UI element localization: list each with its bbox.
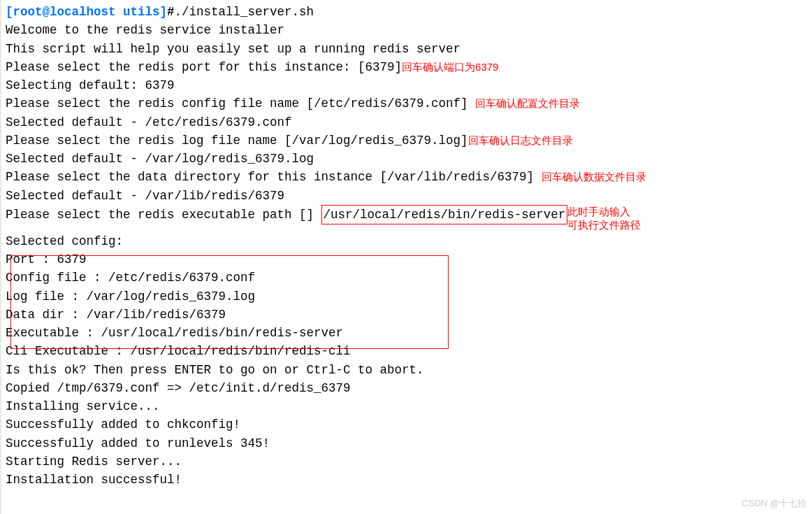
line-summary-log: Log file : /var/log/redis_6379.log — [6, 287, 806, 306]
prompt-user-host: [root@localhost utils] — [6, 5, 167, 19]
port-prompt-text: Please select the redis port for this in… — [6, 60, 402, 74]
line-summary-config: Config file : /etc/redis/6379.conf — [6, 269, 806, 287]
exec-path-box: /usr/local/redis/bin/redis-server — [321, 205, 568, 224]
line-success-chk: Successfully added to chkconfig! — [6, 415, 806, 434]
line-copied: Copied /tmp/6379.conf => /etc/init.d/red… — [6, 379, 806, 397]
log-prompt-text: Please select the redis log file name [/… — [6, 134, 468, 148]
line-install-success: Installation successful! — [6, 471, 806, 489]
data-annotation: 回车确认数据文件目录 — [542, 171, 646, 183]
line-port-default: Selecting default: 6379 — [6, 76, 806, 94]
line-config-prompt: Please select the redis config file name… — [6, 94, 806, 113]
line-summary-exec: Executable : /usr/local/redis/bin/redis-… — [6, 324, 806, 342]
line-data-prompt: Please select the data directory for thi… — [6, 168, 806, 186]
line-installing: Installing service... — [6, 397, 806, 415]
line-port-prompt: Please select the redis port for this in… — [6, 58, 806, 76]
line-data-default: Selected default - /var/lib/redis/6379 — [6, 187, 806, 205]
line-summary-datadir: Data dir : /var/lib/redis/6379 — [6, 306, 806, 324]
exec-annotation-line2: 可执行文件路径 — [567, 219, 641, 231]
config-annotation: 回车确认配置文件目录 — [475, 97, 580, 109]
entered-command: ./install_server.sh — [175, 5, 314, 19]
prompt-hash: # — [167, 5, 175, 19]
data-prompt-text: Please select the data directory for thi… — [6, 170, 534, 184]
line-log-default: Selected default - /var/log/redis_6379.l… — [6, 150, 806, 168]
log-annotation: 回车确认日志文件目录 — [468, 134, 573, 146]
terminal-output: [root@localhost utils]#./install_server.… — [6, 3, 806, 489]
left-border — [0, 0, 1, 514]
line-summary-cli: Cli Executable : /usr/local/redis/bin/re… — [6, 342, 806, 360]
line-welcome2: This script will help you easily set up … — [6, 40, 806, 58]
line-success-run: Successfully added to runlevels 345! — [6, 434, 806, 452]
line-starting: Starting Redis server... — [6, 452, 806, 471]
line-welcome1: Welcome to the redis service installer — [6, 21, 806, 39]
config-prompt-text: Please select the redis config file name… — [6, 97, 468, 110]
watermark: CSDN @十七拾 — [741, 497, 806, 511]
line-log-prompt: Please select the redis log file name [/… — [6, 131, 806, 150]
line-prompt: [root@localhost utils]#./install_server.… — [6, 3, 806, 21]
line-ok-prompt: Is this ok? Then press ENTER to go on or… — [6, 361, 806, 379]
line-exec-prompt: Please select the redis executable path … — [6, 205, 806, 232]
line-summary-port: Port : 6379 — [6, 250, 806, 269]
port-annotation: 回车确认端口为6379 — [402, 61, 498, 73]
line-selected-config: Selected config: — [6, 232, 806, 250]
exec-prompt-text: Please select the redis executable path … — [6, 208, 314, 222]
line-config-default: Selected default - /etc/redis/6379.conf — [6, 113, 806, 131]
exec-annotation: 此时手动输入可执行文件路径 — [567, 205, 641, 232]
exec-annotation-line1: 此时手动输入 — [567, 206, 630, 217]
